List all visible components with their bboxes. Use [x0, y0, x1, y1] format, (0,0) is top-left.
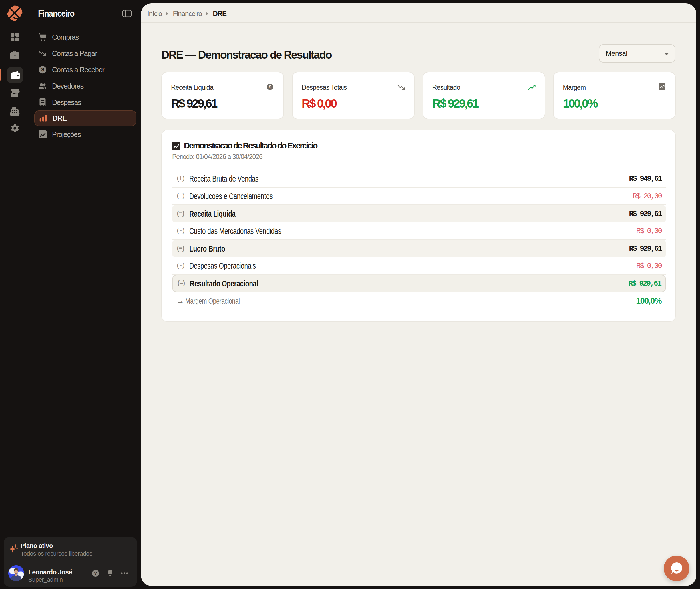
svg-text:$: $ — [269, 84, 272, 89]
svg-text:?: ? — [94, 571, 97, 576]
svg-text:$: $ — [41, 67, 44, 73]
